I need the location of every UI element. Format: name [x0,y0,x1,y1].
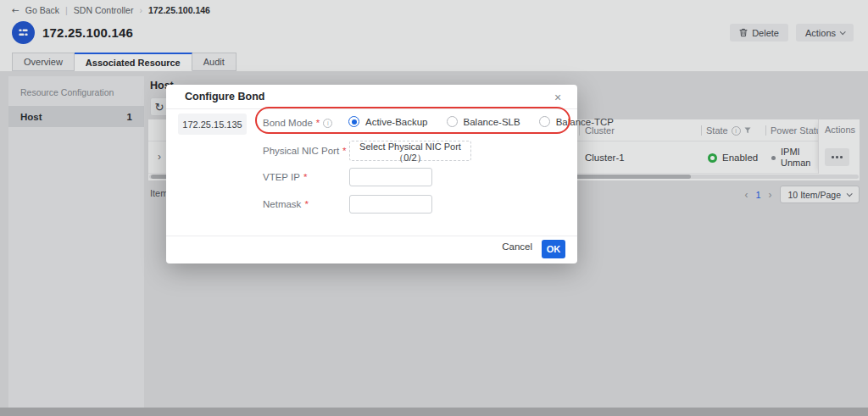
physical-nic-port-label: Physical NIC Port * i [263,146,359,156]
modal-host-item[interactable]: 172.25.15.135 [178,114,247,135]
modal-footer-divider [166,236,577,236]
radio-balance-tcp-label: Balance-TCP [556,117,614,127]
radio-selected-icon [348,116,359,127]
app-window: ← Go Back | SDN Controller › 172.25.100.… [0,0,868,416]
physical-nic-port-label-text: Physical NIC Port [263,146,339,156]
select-physical-nic-port-button[interactable]: Select Physical NIC Port（0/2） [349,141,471,161]
close-icon[interactable]: × [550,90,565,105]
modal-header: Configure Bond × [166,85,577,109]
vtep-ip-label-text: VTEP IP [263,172,300,182]
required-asterisk: * [303,172,307,182]
radio-active-backup-label: Active-Backup [365,117,428,127]
netmask-label: Netmask * [263,199,309,209]
radio-balance-tcp[interactable]: Balance-TCP [539,116,614,127]
radio-balance-slb[interactable]: Balance-SLB [447,116,520,127]
configure-bond-modal: Configure Bond × 172.25.15.135 Bond Mode… [166,85,577,263]
bond-mode-label: Bond Mode * i [263,118,332,128]
bond-mode-radio-group: Active-Backup Balance-SLB Balance-TCP [348,116,614,127]
radio-unselected-icon [539,116,550,127]
radio-active-backup[interactable]: Active-Backup [348,116,428,127]
bond-mode-label-text: Bond Mode [263,118,313,128]
radio-unselected-icon [447,116,458,127]
vtep-ip-input[interactable] [349,168,432,186]
radio-balance-slb-label: Balance-SLB [464,117,520,127]
cancel-button[interactable]: Cancel [502,241,532,252]
modal-title: Configure Bond [185,91,264,103]
vtep-ip-label: VTEP IP * [263,172,307,182]
netmask-input[interactable] [349,195,432,214]
required-asterisk: * [316,118,320,128]
required-asterisk: * [342,146,346,156]
required-asterisk: * [304,199,308,209]
netmask-label-text: Netmask [263,199,301,209]
ok-button[interactable]: OK [542,240,565,258]
info-icon[interactable]: i [323,119,332,128]
